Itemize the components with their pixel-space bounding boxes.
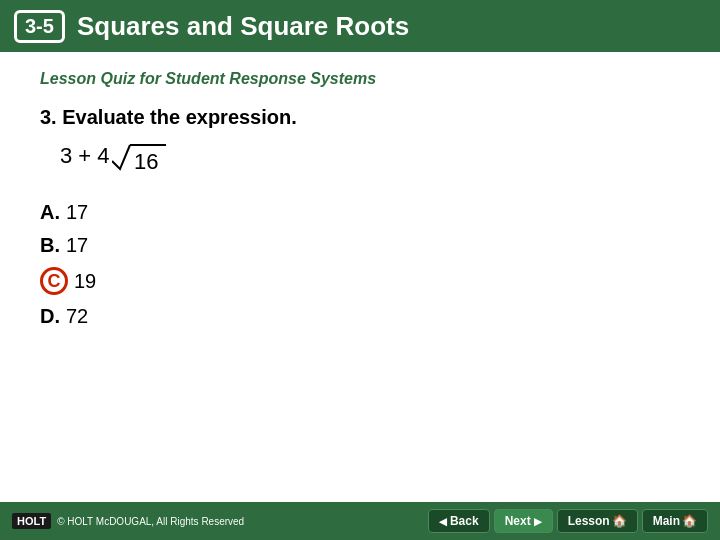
question-label: 3. Evaluate the expression.: [40, 106, 680, 129]
answer-d: D. 72: [40, 305, 680, 328]
copyright-text: © HOLT McDOUGAL, All Rights Reserved: [57, 516, 244, 527]
question-number: 3.: [40, 106, 57, 128]
question-text: Evaluate the expression.: [62, 106, 297, 128]
next-button[interactable]: Next ▶: [494, 509, 553, 533]
main-label: Main: [653, 514, 680, 528]
subtitle: Lesson Quiz for Student Response Systems: [40, 70, 720, 88]
answer-a: A. 17: [40, 201, 680, 224]
answer-b-letter: B.: [40, 234, 60, 257]
next-label: Next: [505, 514, 531, 528]
sqrt-symbol: 16: [112, 141, 167, 177]
main-content: 3. Evaluate the expression. 3 + 4 16 A. …: [0, 106, 720, 328]
footer-nav[interactable]: ◀ Back Next ▶ Lesson 🏠 Main 🏠: [428, 509, 708, 533]
answers-list: A. 17 B. 17 C 19 D. 72: [40, 201, 680, 328]
math-expression: 3 + 4 16: [60, 141, 680, 177]
answer-a-value: 17: [66, 201, 88, 224]
header: 3-5 Squares and Square Roots: [0, 0, 720, 52]
answer-c: C 19: [40, 267, 680, 295]
lesson-home-icon: 🏠: [612, 514, 627, 528]
answer-c-value: 19: [74, 270, 96, 293]
back-arrow-icon: ◀: [439, 516, 447, 527]
holt-logo: HOLT © HOLT McDOUGAL, All Rights Reserve…: [12, 513, 244, 529]
lesson-button[interactable]: Lesson 🏠: [557, 509, 638, 533]
back-button[interactable]: ◀ Back: [428, 509, 490, 533]
answer-c-letter-circle: C: [40, 267, 68, 295]
answer-d-value: 72: [66, 305, 88, 328]
main-button[interactable]: Main 🏠: [642, 509, 708, 533]
answer-b: B. 17: [40, 234, 680, 257]
main-home-icon: 🏠: [682, 514, 697, 528]
lesson-label: Lesson: [568, 514, 610, 528]
answer-a-letter: A.: [40, 201, 60, 224]
answer-d-letter: D.: [40, 305, 60, 328]
expression-prefix: 3 + 4: [60, 141, 110, 172]
back-label: Back: [450, 514, 479, 528]
lesson-badge: 3-5: [14, 10, 65, 43]
footer: HOLT © HOLT McDOUGAL, All Rights Reserve…: [0, 502, 720, 540]
answer-b-value: 17: [66, 234, 88, 257]
next-arrow-icon: ▶: [534, 516, 542, 527]
holt-box: HOLT: [12, 513, 51, 529]
header-title: Squares and Square Roots: [77, 11, 409, 42]
svg-text:16: 16: [134, 149, 158, 174]
